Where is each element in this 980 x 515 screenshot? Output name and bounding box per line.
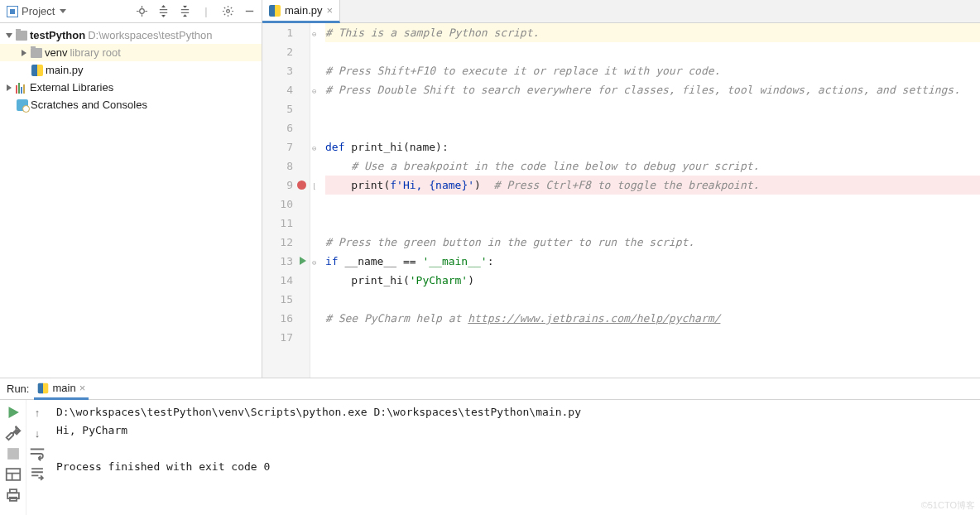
rerun-icon[interactable] [4, 403, 22, 421]
breakpoint-icon[interactable] [297, 180, 306, 190]
ext-label: External Libraries [30, 81, 113, 94]
up-icon[interactable]: ↑ [28, 403, 46, 421]
run-header: Run: main × [0, 378, 980, 400]
python-file-icon [38, 383, 49, 393]
file-name: main.py [46, 64, 84, 76]
locate-icon[interactable] [132, 2, 151, 21]
editor-area: main.py × 1 2 3 4 5 6 7 8 9 10 11 12 13 … [262, 0, 980, 378]
run-tab-name: main [52, 382, 75, 394]
code-editor[interactable]: 1 2 3 4 5 6 7 8 9 10 11 12 13 14 15 16 1… [262, 23, 980, 378]
fold-column[interactable]: ⊖ ⊖ ⊖ ⌊ ⊖ [310, 23, 322, 378]
root-path: D:\workspaces\testPython [88, 29, 212, 41]
root-name: testPython [30, 29, 85, 41]
stop-icon[interactable] [4, 445, 22, 463]
python-file-icon [31, 65, 43, 76]
project-tree[interactable]: testPython D:\workspaces\testPython venv… [0, 23, 262, 117]
run-toolbar-secondary: ↑ ↓ [26, 400, 48, 515]
run-tab[interactable]: main × [34, 378, 89, 400]
libraries-icon [16, 82, 27, 94]
watermark: ©51CTO博客 [921, 499, 975, 512]
down-icon[interactable]: ↓ [28, 424, 46, 442]
tree-venv[interactable]: venv library root [0, 44, 262, 61]
project-label[interactable]: Project [22, 5, 55, 17]
code-content[interactable]: # This is a sample Python script. # Pres… [322, 23, 980, 378]
gear-icon[interactable] [219, 2, 237, 21]
close-icon[interactable]: × [327, 4, 334, 17]
venv-hint: library root [70, 46, 120, 59]
print-icon[interactable] [4, 486, 22, 504]
gutter[interactable]: 1 2 3 4 5 6 7 8 9 10 11 12 13 14 15 16 1… [262, 23, 310, 378]
twisty-closed-icon[interactable] [7, 84, 12, 91]
svg-rect-5 [9, 489, 16, 493]
editor-tabs: main.py × [262, 0, 980, 23]
hide-icon[interactable] [240, 2, 258, 21]
venv-name: venv [45, 46, 67, 59]
expand-all-icon[interactable] [154, 2, 172, 21]
project-header: Project | [0, 0, 262, 23]
divider: | [197, 2, 215, 21]
python-file-icon [269, 5, 281, 17]
project-icon [7, 6, 18, 17]
twisty-closed-icon[interactable] [22, 50, 26, 56]
project-tool-window: Project | testPython D:\workspaces\testP… [0, 0, 262, 378]
collapse-all-icon[interactable] [175, 2, 194, 21]
run-label: Run: [7, 383, 29, 395]
scroll-to-end-icon[interactable] [28, 465, 46, 484]
tree-external-libraries[interactable]: External Libraries [0, 79, 262, 96]
run-gutter-icon[interactable] [300, 257, 306, 265]
close-icon[interactable]: × [79, 382, 86, 394]
folder-icon [16, 31, 27, 41]
run-toolbar-left [0, 400, 26, 515]
scratch-label: Scratches and Consoles [31, 99, 147, 111]
svg-point-1 [226, 10, 229, 13]
twisty-open-icon[interactable] [6, 33, 12, 38]
soft-wrap-icon[interactable] [28, 445, 46, 463]
folder-icon [31, 48, 42, 58]
run-tool-window: Run: main × ↑ ↓ D:\workspaces\testPython… [0, 378, 980, 515]
layout-icon[interactable] [4, 465, 22, 484]
wrench-icon[interactable] [4, 424, 22, 442]
svg-point-0 [139, 9, 144, 14]
run-output[interactable]: D:\workspaces\testPython\venv\Scripts\py… [48, 400, 980, 515]
tree-root[interactable]: testPython D:\workspaces\testPython [0, 26, 262, 44]
tree-scratches[interactable]: Scratches and Consoles [0, 96, 262, 113]
editor-tab-main[interactable]: main.py × [262, 0, 340, 23]
svg-rect-3 [6, 469, 20, 480]
tab-label: main.py [285, 4, 323, 17]
scratches-icon [17, 99, 28, 111]
tree-file-main[interactable]: main.py [0, 61, 262, 79]
chevron-down-icon[interactable] [60, 9, 66, 13]
svg-rect-2 [7, 448, 19, 460]
